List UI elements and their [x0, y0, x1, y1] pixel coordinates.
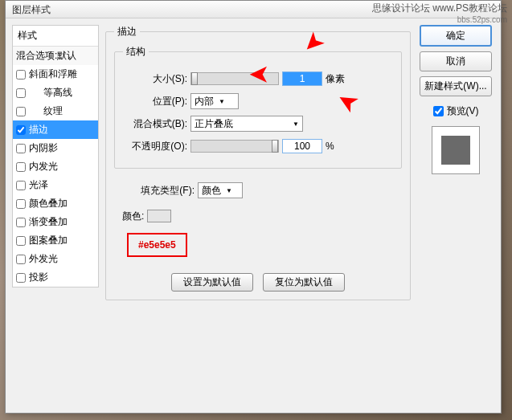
- style-item-1[interactable]: 等高线: [13, 84, 98, 102]
- style-item-8[interactable]: 渐变叠加: [13, 213, 98, 231]
- style-checkbox[interactable]: [16, 162, 26, 172]
- structure-legend: 结构: [123, 45, 149, 59]
- size-input[interactable]: [282, 71, 322, 86]
- style-checkbox[interactable]: [16, 88, 26, 98]
- styles-header: 样式: [13, 26, 98, 47]
- style-label: 纹理: [29, 104, 63, 118]
- style-checkbox[interactable]: [16, 107, 26, 116]
- style-label: 图案叠加: [29, 234, 68, 247]
- chevron-down-icon: ▼: [293, 120, 299, 128]
- fill-group: 填充类型(F): 颜色▼ 颜色: #e5e5e5: [114, 175, 402, 265]
- style-label: 内阴影: [29, 141, 58, 155]
- style-label: 内发光: [29, 160, 58, 173]
- style-label: 光泽: [29, 178, 48, 192]
- preview-label: 预览(V): [447, 104, 479, 118]
- chevron-down-icon: ▼: [226, 187, 232, 194]
- filltype-label: 填充类型(F):: [122, 184, 195, 198]
- style-item-0[interactable]: 斜面和浮雕: [13, 65, 98, 84]
- style-checkbox[interactable]: [16, 70, 26, 80]
- style-item-4[interactable]: 内阴影: [13, 139, 98, 157]
- style-item-6[interactable]: 光泽: [13, 176, 98, 194]
- style-checkbox[interactable]: [16, 199, 26, 209]
- style-checkbox[interactable]: [16, 125, 26, 135]
- filltype-combo[interactable]: 颜色▼: [198, 182, 243, 198]
- ok-button[interactable]: 确定: [420, 25, 492, 47]
- structure-group: 结构 大小(S): 像素 位置(P): 内部▼ 混合模式(B): 正片叠底▼: [114, 45, 402, 169]
- size-unit: 像素: [326, 72, 345, 86]
- stroke-group: 描边 结构 大小(S): 像素 位置(P): 内部▼ 混合模式(B):: [105, 25, 411, 300]
- style-checkbox[interactable]: [16, 181, 26, 190]
- layer-style-dialog: 图层样式 样式 混合选项:默认 斜面和浮雕等高线纹理描边内阴影内发光光泽颜色叠加…: [5, 0, 502, 414]
- style-item-7[interactable]: 颜色叠加: [13, 194, 98, 213]
- preview-check-input[interactable]: [433, 106, 444, 116]
- style-label: 外发光: [29, 252, 58, 266]
- style-label: 描边: [29, 123, 48, 137]
- right-panel: 确定 取消 新建样式(W)... 预览(V): [417, 25, 494, 406]
- style-item-9[interactable]: 图案叠加: [13, 231, 98, 250]
- chevron-down-icon: ▼: [219, 98, 225, 105]
- preview-inner: [441, 136, 470, 165]
- blendmode-combo[interactable]: 正片叠底▼: [190, 116, 303, 132]
- size-slider[interactable]: [190, 72, 279, 85]
- opacity-unit: %: [326, 141, 334, 152]
- reset-default-button[interactable]: 复位为默认值: [263, 273, 345, 292]
- size-label: 大小(S):: [123, 72, 187, 86]
- position-combo[interactable]: 内部▼: [190, 93, 239, 109]
- watermark: 思缘设计论坛 www.PS教程论坛 bbs.52ps.com: [372, 2, 507, 24]
- style-checkbox[interactable]: [16, 255, 26, 264]
- new-style-button[interactable]: 新建样式(W)...: [420, 76, 492, 96]
- opacity-label: 不透明度(O):: [123, 140, 187, 153]
- style-checkbox[interactable]: [16, 273, 26, 283]
- style-item-11[interactable]: 投影: [13, 268, 98, 287]
- styles-panel: 样式 混合选项:默认 斜面和浮雕等高线纹理描边内阴影内发光光泽颜色叠加渐变叠加图…: [12, 25, 99, 406]
- blend-options-item[interactable]: 混合选项:默认: [13, 47, 98, 65]
- position-label: 位置(P):: [123, 95, 187, 108]
- hex-annotation: #e5e5e5: [127, 233, 187, 257]
- style-checkbox[interactable]: [16, 144, 26, 153]
- style-item-2[interactable]: 纹理: [13, 102, 98, 120]
- blendmode-label: 混合模式(B):: [123, 117, 187, 131]
- center-panel: 描边 结构 大小(S): 像素 位置(P): 内部▼ 混合模式(B):: [105, 25, 411, 406]
- style-item-10[interactable]: 外发光: [13, 250, 98, 268]
- style-label: 等高线: [29, 86, 72, 100]
- style-item-5[interactable]: 内发光: [13, 157, 98, 176]
- stroke-legend: 描边: [114, 25, 140, 39]
- style-label: 渐变叠加: [29, 215, 68, 229]
- cancel-button[interactable]: 取消: [420, 51, 492, 71]
- opacity-slider[interactable]: [190, 140, 279, 153]
- style-item-3[interactable]: 描边: [13, 120, 98, 139]
- preview-box: [432, 126, 480, 174]
- style-label: 颜色叠加: [29, 197, 68, 210]
- set-default-button[interactable]: 设置为默认值: [171, 273, 253, 292]
- style-checkbox[interactable]: [16, 236, 26, 246]
- style-label: 斜面和浮雕: [29, 67, 77, 81]
- style-label: 投影: [29, 271, 48, 284]
- color-swatch[interactable]: [147, 210, 171, 222]
- style-checkbox[interactable]: [16, 218, 26, 227]
- preview-checkbox[interactable]: 预览(V): [433, 104, 479, 118]
- color-label: 颜色:: [122, 210, 144, 223]
- opacity-input[interactable]: [282, 139, 322, 153]
